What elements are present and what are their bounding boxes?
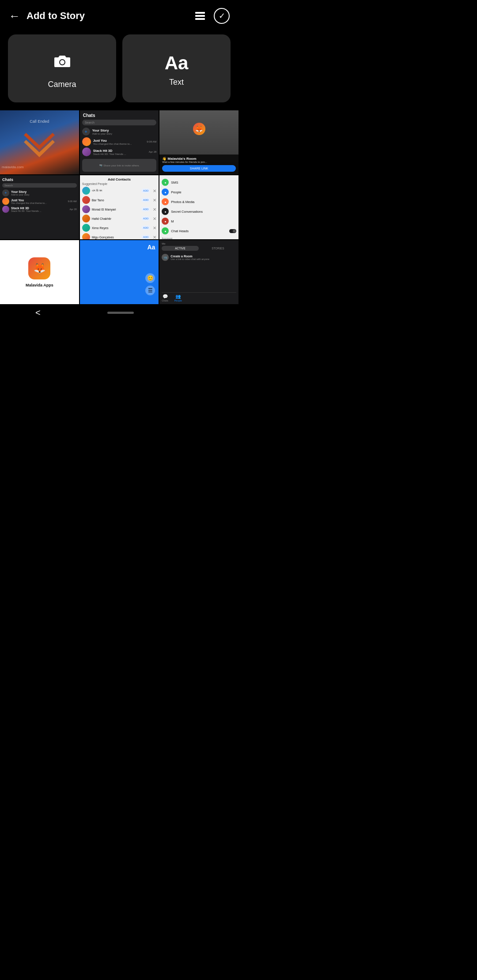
ms-story-sub: Add to your story	[92, 132, 112, 135]
setting-label-chatheads: Chat Heads	[171, 229, 189, 233]
ms-photo-thumb: 📷 Share your link to invite others	[82, 159, 157, 172]
settings-list: ● SMS ● People ● Photos & Media ●	[162, 177, 236, 239]
remove-contact-btn[interactable]: ✕	[153, 207, 156, 212]
screenshot-settings[interactable]: ● SMS ● People ● Photos & Media ●	[159, 175, 238, 239]
text-card[interactable]: Aa Text	[122, 34, 231, 102]
add-contact-btn[interactable]: ADD	[141, 207, 151, 211]
room-title: 👋 Malavida's Room	[162, 157, 236, 161]
setting-icon-sms: ●	[162, 179, 169, 186]
screenshot-room[interactable]: 🦊 👋 Malavida's Room Wait a few minutes f…	[159, 110, 238, 174]
chats-small-story: + Your Story Add to your story	[2, 189, 77, 196]
setting-icon-people: ●	[162, 188, 169, 196]
add-contact-btn[interactable]: ADD	[141, 198, 151, 202]
list-icon[interactable]: ☰	[145, 286, 155, 295]
chats-small-avatar1	[2, 198, 9, 205]
chats-small-chat1: Just You You changed the chat theme to..…	[2, 198, 77, 205]
create-room-row[interactable]: 📹 Create a Room Use a link to video chat…	[162, 253, 236, 262]
text-label: Text	[169, 78, 184, 87]
contact-row: Bar Tano ADD ✕	[82, 196, 157, 204]
setting-row-m[interactable]: ● M	[162, 216, 236, 226]
confirm-button[interactable]: ✓	[214, 8, 230, 24]
chatheads-toggle[interactable]	[229, 229, 236, 233]
system-nav: < ›	[0, 304, 238, 321]
ms-chat-row-1: Just You You changed the chat theme to..…	[82, 137, 157, 146]
tab-chats-small[interactable]: 💬 Chats	[162, 294, 168, 302]
contact-name: এস ডি মন	[92, 189, 140, 192]
domain-text: malavida.com	[0, 165, 23, 169]
account-section-header: Account	[162, 237, 236, 239]
contact-row: এস ডি মন ADD ✕	[82, 187, 157, 195]
ms-header: Chats	[82, 113, 157, 120]
add-contact-btn[interactable]: ADD	[141, 216, 151, 221]
setting-row-photos[interactable]: ● Photos & Media	[162, 197, 236, 207]
aa-label: Aa	[147, 244, 155, 251]
screenshot-people-tab[interactable]: Me ACTIVE STORIES 📹 Create a Room Use a …	[159, 240, 238, 304]
contact-name: Bar Tano	[92, 199, 140, 202]
contact-name: Morad El Manyari	[92, 208, 140, 211]
sys-back-button[interactable]: <	[35, 308, 41, 318]
setting-row-chatheads[interactable]: ● Chat Heads	[162, 226, 236, 236]
setting-label-people: People	[171, 190, 181, 194]
add-contact-btn[interactable]: ADD	[141, 188, 151, 193]
contact-avatar	[82, 233, 90, 239]
remove-contact-btn[interactable]: ✕	[153, 226, 156, 230]
screenshot-malavida-call[interactable]: Call Ended malavida.com	[0, 110, 79, 174]
contact-avatar	[82, 187, 90, 195]
text-icon: Aa	[165, 54, 189, 72]
tab-people-small[interactable]: 👥 People	[174, 294, 182, 302]
people-toggle: ACTIVE STORIES	[162, 246, 236, 251]
page-title: Add to Story	[26, 10, 193, 22]
contact-name: Ximo Reyes	[92, 226, 140, 230]
contact-row: Migu Gonçalves ADD ✕	[82, 233, 157, 239]
screenshot-malavida-app[interactable]: 🦊 Malavida Apps	[0, 240, 79, 304]
svg-point-4	[60, 60, 64, 64]
suggested-label: Suggested People	[82, 182, 157, 185]
add-contact-btn[interactable]: ADD	[141, 226, 151, 230]
setting-label-m: M	[171, 219, 174, 223]
chats-small-header: Chats	[2, 177, 77, 183]
emoji-icon[interactable]: 😊	[145, 273, 155, 283]
setting-icon-m: ●	[162, 218, 169, 225]
remove-contact-btn[interactable]: ✕	[153, 235, 156, 240]
camera-icon	[53, 51, 72, 75]
setting-row-secret[interactable]: ● Secret Conversations	[162, 207, 236, 216]
layers-icon[interactable]	[193, 8, 208, 23]
back-button[interactable]: ←	[9, 9, 20, 23]
screenshot-chats-small[interactable]: Chats Search + Your Story Add to your st…	[0, 175, 79, 239]
remove-contact-btn[interactable]: ✕	[153, 188, 156, 193]
remove-contact-btn[interactable]: ✕	[153, 198, 156, 203]
share-link-btn[interactable]: SHARE LINK	[162, 165, 236, 172]
contact-avatar	[82, 205, 90, 213]
setting-label-photos: Photos & Media	[171, 200, 194, 204]
camera-card[interactable]: Camera	[8, 34, 116, 102]
contact-avatar	[82, 224, 90, 232]
ms-story-label: Your Story	[92, 128, 112, 132]
chats-small-chat2: Stack Hit 3D Stack Hit 3D: Your friends …	[2, 206, 77, 213]
contact-avatar	[82, 215, 90, 222]
setting-icon-chatheads: ●	[162, 227, 169, 234]
screenshot-contacts[interactable]: Add Contacts Suggested People এস ডি মন A…	[80, 175, 159, 239]
tab-bar-small: 💬 Chats 👥 People	[162, 292, 236, 302]
ms-avatar-2	[82, 147, 91, 156]
camera-label: Camera	[48, 80, 76, 89]
header-icons: ✓	[193, 8, 230, 24]
contact-name: Hafid Chakhtir	[92, 217, 140, 220]
call-ended-text: Call Ended	[30, 119, 49, 124]
setting-label-sms: SMS	[171, 181, 178, 185]
setting-row-sms[interactable]: ● SMS	[162, 177, 236, 187]
screenshot-messenger[interactable]: Chats Search + Your Story Add to your st…	[80, 110, 159, 174]
remove-contact-btn[interactable]: ✕	[153, 216, 156, 221]
home-indicator[interactable]	[107, 312, 134, 314]
contact-row: Morad El Manyari ADD ✕	[82, 205, 157, 213]
chats-small-avatar2	[2, 206, 9, 213]
blue-text-icons: 😊 ☰	[145, 273, 155, 295]
setting-row-people[interactable]: ● People	[162, 187, 236, 197]
screenshot-blue-text[interactable]: Aa 😊 ☰	[80, 240, 159, 304]
add-contact-btn[interactable]: ADD	[141, 235, 151, 239]
header: ← Add to Story ✓	[0, 0, 238, 30]
contact-row: Ximo Reyes ADD ✕	[82, 224, 157, 232]
active-tab[interactable]: ACTIVE	[162, 246, 198, 251]
ms-avatar-1	[82, 137, 91, 146]
ms-search: Search	[82, 120, 157, 125]
stories-tab[interactable]: STORIES	[200, 246, 236, 251]
